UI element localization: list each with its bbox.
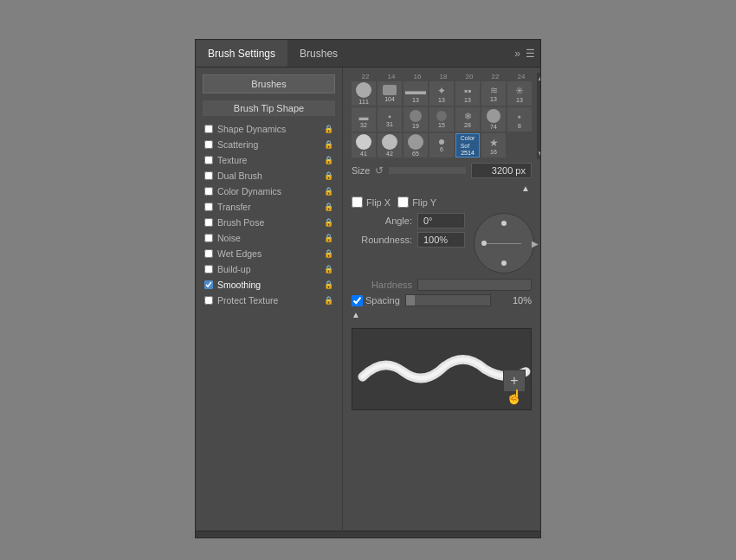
- brush-grid: 22 14 16 18 20 22 24 111: [352, 73, 533, 159]
- scroll-down-icon[interactable]: ▼: [537, 150, 540, 158]
- lock-icon-4: 🔒: [324, 187, 333, 196]
- shape-dynamics-checkbox[interactable]: [204, 125, 213, 133]
- brush-preview: + ☝: [352, 328, 532, 410]
- brush-size-13b: 13: [438, 97, 445, 103]
- panel-bottom: [196, 531, 540, 537]
- brush-cell-32[interactable]: ▬ 32: [352, 107, 376, 132]
- flip-y-checkbox[interactable]: [397, 196, 409, 208]
- left-sidebar: Brushes Brush Tip Shape Shape Dynamics 🔒…: [196, 68, 343, 531]
- buildup-label: Build-up: [217, 264, 251, 274]
- dual-brush-checkbox[interactable]: [204, 171, 213, 180]
- grid-scrollbar[interactable]: ▲ ▼: [537, 73, 540, 159]
- lock-icon-3: 🔒: [324, 171, 333, 180]
- brush-size-15: 15: [438, 122, 445, 128]
- size-row: Size ↺: [352, 163, 532, 178]
- angle-widget[interactable]: ▶: [474, 213, 534, 274]
- size-label-18: 18: [431, 73, 455, 80]
- lock-icon-11: 🔒: [324, 296, 333, 305]
- brushes-button[interactable]: Brushes: [203, 74, 335, 93]
- brush-size-74: 74: [490, 124, 497, 130]
- tab-brush-settings[interactable]: Brush Settings: [196, 40, 287, 67]
- brush-cell-13b[interactable]: ✦ 13: [429, 81, 454, 106]
- spacing-slider[interactable]: [405, 294, 491, 306]
- brush-cell-111[interactable]: 111: [352, 81, 376, 106]
- brush-cell-74[interactable]: 74: [481, 107, 506, 132]
- hardness-slider[interactable]: [417, 279, 532, 291]
- panel-header: Brush Settings Brushes » ☰: [196, 40, 540, 68]
- size-input[interactable]: [471, 163, 532, 178]
- scattering-checkbox[interactable]: [204, 140, 213, 149]
- size-label-22b: 22: [483, 73, 507, 80]
- texture-checkbox[interactable]: [204, 156, 213, 164]
- smoothing-checkbox[interactable]: [204, 280, 213, 289]
- brush-settings-panel: Brush Settings Brushes » ☰ Brushes Brush…: [195, 39, 541, 538]
- brush-pose-checkbox[interactable]: [204, 218, 213, 227]
- expand-icon[interactable]: »: [514, 48, 520, 60]
- lock-icon-5: 🔒: [324, 203, 333, 211]
- size-label-16: 16: [405, 73, 429, 80]
- brush-cell-13a[interactable]: ▬▬ 13: [404, 81, 428, 106]
- angle-label: Angle:: [352, 216, 412, 226]
- flip-y-item: Flip Y: [397, 196, 436, 208]
- reset-size-icon[interactable]: ↺: [375, 164, 384, 177]
- brush-cell-13d[interactable]: ≋ 13: [481, 81, 506, 106]
- size-labels-row: 22 14 16 18 20 22 24: [352, 73, 533, 80]
- brush-cell-104[interactable]: 104: [378, 81, 402, 106]
- brush-cell-8[interactable]: ⋆ 8: [507, 107, 532, 132]
- brush-cell-13e[interactable]: ✳ 13: [507, 81, 532, 106]
- lock-icon-10: 🔒: [324, 280, 333, 289]
- menu-icon[interactable]: ☰: [526, 48, 535, 60]
- roundness-input[interactable]: [417, 232, 465, 248]
- spacing-section: Spacing 10%: [352, 294, 532, 306]
- brush-size-104: 104: [384, 96, 395, 102]
- brush-size-19: 19: [412, 123, 419, 129]
- angle-dot-top: [501, 221, 507, 226]
- brush-cell-selected[interactable]: ColorSof 2514: [455, 133, 480, 158]
- brush-cell-31[interactable]: ▪ 31: [378, 107, 402, 132]
- color-dynamics-label: Color Dynamics: [217, 186, 281, 196]
- cursor-hand-icon: ☝: [506, 390, 523, 404]
- protect-texture-checkbox[interactable]: [204, 296, 213, 305]
- buildup-item: Build-up 🔒: [203, 261, 335, 277]
- dual-brush-item: Dual Brush 🔒: [203, 168, 335, 183]
- brush-size-6: 6: [440, 146, 443, 152]
- brush-cell-28[interactable]: ❄ 28: [455, 107, 480, 132]
- right-content: 22 14 16 18 20 22 24 111: [343, 68, 540, 531]
- brush-cell-65[interactable]: 65: [404, 133, 428, 158]
- color-dynamics-checkbox[interactable]: [204, 187, 213, 196]
- brush-cell-16[interactable]: ★ 16: [481, 133, 506, 158]
- wet-edges-checkbox[interactable]: [204, 249, 213, 258]
- brush-cell-15[interactable]: 15: [429, 107, 454, 132]
- brush-size-13e: 13: [516, 97, 523, 103]
- brush-row-3: 41 42 65 6: [352, 133, 533, 158]
- spacing-checkbox[interactable]: [352, 295, 363, 306]
- buildup-checkbox[interactable]: [204, 265, 213, 274]
- brush-cell-41[interactable]: 41: [352, 133, 376, 158]
- spacing-row: Spacing 10%: [352, 294, 532, 306]
- panel-tab-icons: » ☰: [514, 48, 540, 60]
- hardness-row: Hardness: [352, 279, 532, 291]
- angle-arrow-icon: ▶: [532, 239, 539, 248]
- flip-x-checkbox[interactable]: [352, 196, 363, 208]
- scroll-up-icon[interactable]: ▲: [537, 74, 540, 82]
- brush-cell-19[interactable]: 19: [404, 107, 428, 132]
- brush-cell-42[interactable]: 42: [378, 133, 402, 158]
- angle-input[interactable]: [417, 213, 465, 229]
- angle-roundness-section: Angle: Roundness: ▶: [352, 213, 532, 274]
- roundness-row: Roundness:: [352, 232, 465, 248]
- transfer-item: Transfer 🔒: [203, 199, 335, 215]
- wet-edges-label: Wet Edges: [217, 248, 261, 259]
- tab-brushes[interactable]: Brushes: [287, 40, 350, 67]
- lock-icon-7: 🔒: [324, 234, 333, 242]
- brush-cell-6[interactable]: 6: [429, 133, 454, 158]
- brush-row-1: 111 104 ▬▬ 13 ✦ 13: [352, 81, 533, 106]
- brush-size-65: 65: [412, 151, 419, 157]
- brush-cell-13c[interactable]: ▪▪ 13: [455, 81, 480, 106]
- protect-texture-item: Protect Texture 🔒: [203, 293, 335, 308]
- transfer-checkbox[interactable]: [204, 203, 213, 211]
- spacing-check: Spacing: [352, 295, 400, 306]
- flip-y-label: Flip Y: [412, 197, 436, 208]
- brush-size-8: 8: [518, 123, 521, 129]
- noise-checkbox[interactable]: [204, 234, 213, 242]
- hardness-label: Hardness: [352, 280, 412, 290]
